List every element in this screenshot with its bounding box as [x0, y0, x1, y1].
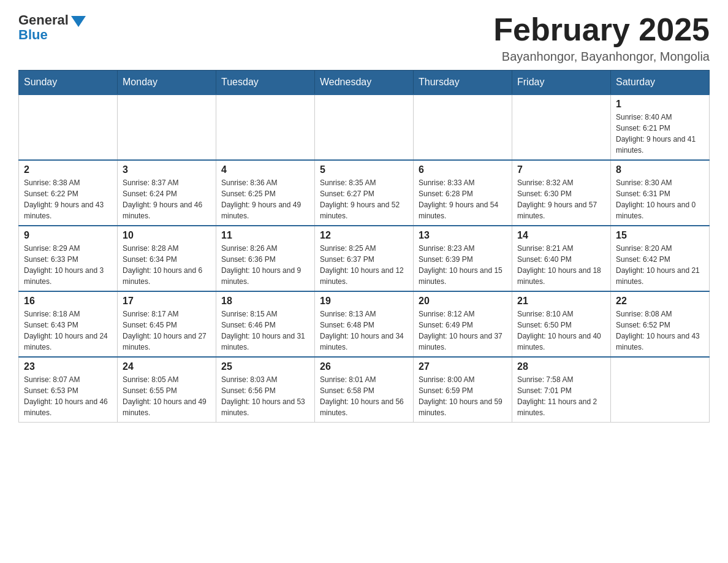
calendar-table: SundayMondayTuesdayWednesdayThursdayFrid…	[18, 70, 710, 423]
day-cell	[118, 94, 216, 160]
day-number: 27	[419, 361, 507, 372]
day-cell: 3Sunrise: 8:37 AM Sunset: 6:24 PM Daylig…	[118, 160, 216, 226]
header-wednesday: Wednesday	[315, 71, 414, 95]
day-number: 19	[320, 296, 408, 307]
day-info: Sunrise: 8:36 AM Sunset: 6:25 PM Dayligh…	[221, 177, 309, 221]
day-cell: 18Sunrise: 8:15 AM Sunset: 6:46 PM Dayli…	[216, 291, 315, 357]
logo: General Blue	[18, 12, 86, 43]
header-thursday: Thursday	[414, 71, 512, 95]
day-cell: 22Sunrise: 8:08 AM Sunset: 6:52 PM Dayli…	[611, 291, 710, 357]
day-cell: 28Sunrise: 7:58 AM Sunset: 7:01 PM Dayli…	[512, 357, 611, 423]
day-info: Sunrise: 8:01 AM Sunset: 6:58 PM Dayligh…	[320, 374, 408, 418]
day-info: Sunrise: 8:00 AM Sunset: 6:59 PM Dayligh…	[419, 374, 507, 418]
day-info: Sunrise: 8:03 AM Sunset: 6:56 PM Dayligh…	[221, 374, 309, 418]
day-cell: 16Sunrise: 8:18 AM Sunset: 6:43 PM Dayli…	[19, 291, 118, 357]
day-info: Sunrise: 8:08 AM Sunset: 6:52 PM Dayligh…	[616, 308, 704, 353]
day-cell	[216, 94, 315, 160]
day-cell: 15Sunrise: 8:20 AM Sunset: 6:42 PM Dayli…	[611, 226, 710, 291]
day-cell: 19Sunrise: 8:13 AM Sunset: 6:48 PM Dayli…	[315, 291, 414, 357]
day-info: Sunrise: 8:40 AM Sunset: 6:21 PM Dayligh…	[616, 112, 704, 156]
day-cell: 25Sunrise: 8:03 AM Sunset: 6:56 PM Dayli…	[216, 357, 315, 423]
logo-arrow-icon	[71, 16, 86, 27]
day-number: 16	[24, 296, 112, 307]
day-number: 20	[419, 296, 507, 307]
week-row-1: 2Sunrise: 8:38 AM Sunset: 6:22 PM Daylig…	[19, 160, 710, 226]
day-cell: 21Sunrise: 8:10 AM Sunset: 6:50 PM Dayli…	[512, 291, 611, 357]
day-info: Sunrise: 8:30 AM Sunset: 6:31 PM Dayligh…	[616, 177, 704, 221]
header-tuesday: Tuesday	[216, 71, 315, 95]
day-cell	[414, 94, 512, 160]
day-info: Sunrise: 8:05 AM Sunset: 6:55 PM Dayligh…	[123, 374, 211, 418]
day-info: Sunrise: 8:26 AM Sunset: 6:36 PM Dayligh…	[221, 243, 309, 287]
week-row-2: 9Sunrise: 8:29 AM Sunset: 6:33 PM Daylig…	[19, 226, 710, 291]
day-info: Sunrise: 8:12 AM Sunset: 6:49 PM Dayligh…	[419, 308, 507, 353]
day-number: 17	[123, 296, 211, 307]
day-number: 13	[419, 230, 507, 241]
week-row-3: 16Sunrise: 8:18 AM Sunset: 6:43 PM Dayli…	[19, 291, 710, 357]
day-cell: 24Sunrise: 8:05 AM Sunset: 6:55 PM Dayli…	[118, 357, 216, 423]
day-info: Sunrise: 8:20 AM Sunset: 6:42 PM Dayligh…	[616, 243, 704, 287]
location-text: Bayanhongor, Bayanhongor, Mongolia	[493, 50, 710, 64]
day-cell	[19, 94, 118, 160]
day-info: Sunrise: 8:37 AM Sunset: 6:24 PM Dayligh…	[123, 177, 211, 221]
day-info: Sunrise: 8:38 AM Sunset: 6:22 PM Dayligh…	[24, 177, 112, 221]
day-info: Sunrise: 8:15 AM Sunset: 6:46 PM Dayligh…	[221, 308, 309, 353]
day-cell: 11Sunrise: 8:26 AM Sunset: 6:36 PM Dayli…	[216, 226, 315, 291]
day-number: 9	[24, 230, 112, 241]
day-cell: 9Sunrise: 8:29 AM Sunset: 6:33 PM Daylig…	[19, 226, 118, 291]
month-title: February 2025	[493, 12, 710, 47]
day-info: Sunrise: 8:33 AM Sunset: 6:28 PM Dayligh…	[419, 177, 507, 221]
day-number: 3	[123, 164, 211, 175]
day-cell: 2Sunrise: 8:38 AM Sunset: 6:22 PM Daylig…	[19, 160, 118, 226]
day-cell: 26Sunrise: 8:01 AM Sunset: 6:58 PM Dayli…	[315, 357, 414, 423]
day-info: Sunrise: 8:23 AM Sunset: 6:39 PM Dayligh…	[419, 243, 507, 287]
day-info: Sunrise: 8:25 AM Sunset: 6:37 PM Dayligh…	[320, 243, 408, 287]
day-number: 22	[616, 296, 704, 307]
day-cell: 5Sunrise: 8:35 AM Sunset: 6:27 PM Daylig…	[315, 160, 414, 226]
day-info: Sunrise: 8:32 AM Sunset: 6:30 PM Dayligh…	[517, 177, 605, 221]
day-number: 26	[320, 361, 408, 372]
day-number: 25	[221, 361, 309, 372]
day-number: 23	[24, 361, 112, 372]
day-cell: 1Sunrise: 8:40 AM Sunset: 6:21 PM Daylig…	[611, 94, 710, 160]
day-cell: 23Sunrise: 8:07 AM Sunset: 6:53 PM Dayli…	[19, 357, 118, 423]
day-info: Sunrise: 8:17 AM Sunset: 6:45 PM Dayligh…	[123, 308, 211, 353]
day-info: Sunrise: 8:21 AM Sunset: 6:40 PM Dayligh…	[517, 243, 605, 287]
day-cell	[315, 94, 414, 160]
calendar-header: SundayMondayTuesdayWednesdayThursdayFrid…	[19, 71, 710, 95]
day-number: 4	[221, 164, 309, 175]
day-number: 24	[123, 361, 211, 372]
calendar-body: 1Sunrise: 8:40 AM Sunset: 6:21 PM Daylig…	[19, 94, 710, 423]
day-info: Sunrise: 8:13 AM Sunset: 6:48 PM Dayligh…	[320, 308, 408, 353]
day-number: 1	[616, 99, 704, 110]
day-number: 14	[517, 230, 605, 241]
day-cell: 7Sunrise: 8:32 AM Sunset: 6:30 PM Daylig…	[512, 160, 611, 226]
day-number: 10	[123, 230, 211, 241]
logo-general-text: General	[18, 12, 69, 28]
header-row: SundayMondayTuesdayWednesdayThursdayFrid…	[19, 71, 710, 95]
day-number: 2	[24, 164, 112, 175]
day-cell: 4Sunrise: 8:36 AM Sunset: 6:25 PM Daylig…	[216, 160, 315, 226]
title-block: February 2025 Bayanhongor, Bayanhongor, …	[493, 12, 710, 64]
day-cell: 8Sunrise: 8:30 AM Sunset: 6:31 PM Daylig…	[611, 160, 710, 226]
day-number: 28	[517, 361, 605, 372]
day-info: Sunrise: 8:07 AM Sunset: 6:53 PM Dayligh…	[24, 374, 112, 418]
day-number: 15	[616, 230, 704, 241]
week-row-0: 1Sunrise: 8:40 AM Sunset: 6:21 PM Daylig…	[19, 94, 710, 160]
day-cell: 14Sunrise: 8:21 AM Sunset: 6:40 PM Dayli…	[512, 226, 611, 291]
day-cell: 27Sunrise: 8:00 AM Sunset: 6:59 PM Dayli…	[414, 357, 512, 423]
day-number: 21	[517, 296, 605, 307]
day-number: 7	[517, 164, 605, 175]
day-info: Sunrise: 8:29 AM Sunset: 6:33 PM Dayligh…	[24, 243, 112, 287]
day-number: 8	[616, 164, 704, 175]
header-friday: Friday	[512, 71, 611, 95]
day-number: 5	[320, 164, 408, 175]
day-info: Sunrise: 8:10 AM Sunset: 6:50 PM Dayligh…	[517, 308, 605, 353]
header-sunday: Sunday	[19, 71, 118, 95]
day-info: Sunrise: 8:28 AM Sunset: 6:34 PM Dayligh…	[123, 243, 211, 287]
day-info: Sunrise: 8:35 AM Sunset: 6:27 PM Dayligh…	[320, 177, 408, 221]
day-info: Sunrise: 7:58 AM Sunset: 7:01 PM Dayligh…	[517, 374, 605, 418]
day-cell: 17Sunrise: 8:17 AM Sunset: 6:45 PM Dayli…	[118, 291, 216, 357]
day-number: 12	[320, 230, 408, 241]
page-header: General Blue February 2025 Bayanhongor, …	[18, 12, 710, 64]
